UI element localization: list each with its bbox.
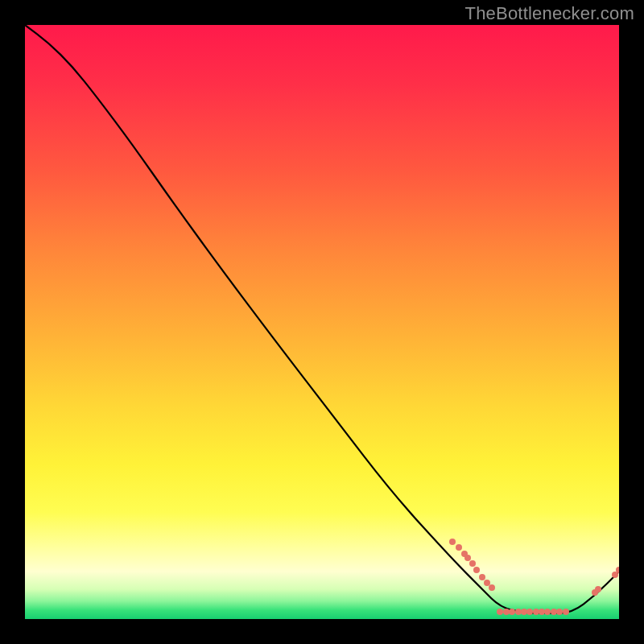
scatter-dot <box>489 584 495 591</box>
scatter-dot <box>464 555 471 561</box>
scatter-dot <box>456 544 462 551</box>
scatter-dot <box>469 560 476 567</box>
scatter-layer <box>25 25 619 619</box>
scatter-dot <box>449 539 456 545</box>
plot-area <box>25 25 619 619</box>
scatter-dot <box>595 586 601 592</box>
scatter-dot <box>556 609 563 615</box>
scatter-dot <box>509 609 515 615</box>
scatter-dot <box>473 567 480 573</box>
chart-frame: TheBottlenecker.com <box>0 0 644 644</box>
scatter-dot <box>563 609 569 615</box>
watermark-text: TheBottlenecker.com <box>465 3 634 24</box>
